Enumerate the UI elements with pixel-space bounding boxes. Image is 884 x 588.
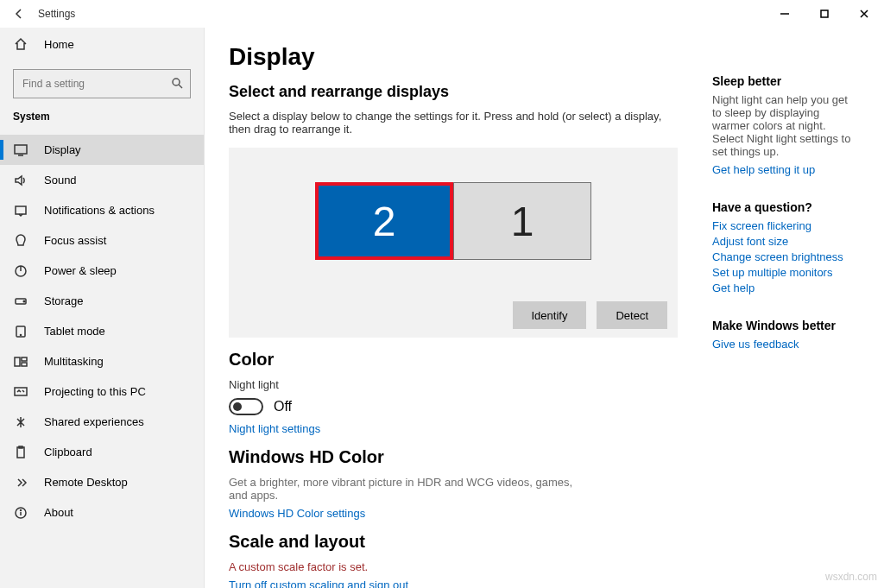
identify-button[interactable]: Identify [513, 301, 587, 329]
svg-line-3 [179, 85, 182, 88]
multitasking-icon [13, 354, 28, 370]
svg-point-2 [173, 79, 180, 85]
sidebar-item-label: Focus assist [44, 234, 106, 247]
clipboard-icon [13, 445, 28, 460]
svg-point-12 [21, 334, 22, 335]
search-input[interactable] [13, 69, 191, 98]
sidebar-item-label: Tablet mode [44, 325, 105, 338]
toggle-state: Off [274, 399, 292, 414]
toggle-switch-icon [229, 398, 263, 415]
titlebar: Settings [0, 0, 884, 28]
scale-warning: A custom scale factor is set. [229, 560, 678, 573]
sidebar-item-label: Display [44, 143, 81, 156]
sidebar-item-tablet-mode[interactable]: Tablet mode [0, 316, 204, 346]
sidebar-item-label: Sound [44, 174, 77, 187]
shared-icon [13, 414, 28, 430]
night-light-settings-link[interactable]: Night light settings [229, 422, 678, 435]
sidebar: Home System Display Sound Notifications … [0, 28, 205, 588]
detect-button[interactable]: Detect [597, 301, 667, 329]
night-light-label: Night light [229, 378, 678, 391]
hd-color-settings-link[interactable]: Windows HD Color settings [229, 507, 678, 520]
page-title: Display [229, 43, 678, 71]
sidebar-item-multitasking[interactable]: Multitasking [0, 346, 204, 376]
night-light-toggle[interactable]: Off [229, 398, 678, 415]
section-desc: Select a display below to change the set… [229, 110, 678, 136]
sidebar-item-remote-desktop[interactable]: Remote Desktop [0, 467, 204, 497]
sound-icon [13, 173, 28, 188]
sidebar-item-label: Power & sleep [44, 264, 117, 277]
multiple-monitors-link[interactable]: Set up multiple monitors [712, 266, 858, 279]
feedback-link[interactable]: Give us feedback [712, 338, 858, 351]
change-brightness-link[interactable]: Change screen brightness [712, 250, 858, 263]
focus-assist-icon [13, 233, 28, 249]
sidebar-item-about[interactable]: About [0, 497, 204, 528]
svg-rect-6 [16, 206, 26, 214]
sleep-better-desc: Night light can help you get to sleep by… [712, 93, 858, 158]
sidebar-item-storage[interactable]: Storage [0, 286, 204, 316]
projecting-icon [13, 384, 28, 400]
home-icon [13, 36, 28, 52]
display-arrange-panel: 2 1 Identify Detect [229, 148, 678, 338]
section-select-rearrange: Select and rearrange displays [229, 83, 678, 101]
sidebar-item-projecting[interactable]: Projecting to this PC [0, 376, 204, 407]
sidebar-item-clipboard[interactable]: Clipboard [0, 437, 204, 467]
section-scale-layout: Scale and layout [229, 532, 678, 552]
svg-point-21 [21, 509, 22, 510]
sleep-help-link[interactable]: Get help setting it up [712, 163, 858, 176]
about-icon [13, 505, 28, 521]
sidebar-item-label: Notifications & actions [44, 204, 155, 217]
sidebar-item-label: Projecting to this PC [44, 385, 146, 398]
display-icon [13, 142, 28, 158]
sidebar-item-sound[interactable]: Sound [0, 165, 204, 195]
sidebar-item-label: Storage [44, 294, 84, 307]
sidebar-item-focus-assist[interactable]: Focus assist [0, 225, 204, 256]
svg-rect-4 [15, 145, 27, 154]
sidebar-item-label: Remote Desktop [44, 476, 128, 489]
svg-rect-15 [22, 363, 27, 366]
sidebar-item-label: Shared experiences [44, 415, 144, 428]
minimize-button[interactable] [765, 0, 805, 28]
svg-rect-1 [821, 10, 828, 17]
sidebar-item-power-sleep[interactable]: Power & sleep [0, 256, 204, 286]
sidebar-item-display[interactable]: Display [0, 135, 204, 165]
sidebar-item-label: Multitasking [44, 355, 104, 368]
notifications-icon [13, 203, 28, 218]
home-label: Home [44, 38, 74, 51]
get-help-link[interactable]: Get help [712, 281, 858, 294]
remote-icon [13, 475, 28, 490]
section-hd-color: Windows HD Color [229, 447, 678, 467]
svg-point-10 [23, 300, 25, 302]
fix-flickering-link[interactable]: Fix screen flickering [712, 219, 858, 232]
svg-rect-13 [15, 357, 20, 366]
section-color: Color [229, 350, 678, 370]
display-2[interactable]: 2 [315, 182, 453, 260]
tablet-icon [13, 324, 28, 339]
sidebar-item-label: Clipboard [44, 446, 92, 458]
turn-off-scaling-link[interactable]: Turn off custom scaling and sign out [229, 579, 678, 588]
adjust-font-link[interactable]: Adjust font size [712, 235, 858, 248]
watermark: wsxdn.com [825, 571, 877, 583]
close-button[interactable] [844, 0, 884, 28]
sidebar-item-shared-experiences[interactable]: Shared experiences [0, 407, 204, 437]
hd-desc: Get a brighter, more vibrant picture in … [229, 476, 574, 502]
power-icon [13, 263, 28, 279]
svg-rect-17 [17, 447, 24, 458]
search-icon [171, 77, 183, 92]
window-title: Settings [38, 8, 75, 20]
storage-icon [13, 294, 28, 309]
question-title: Have a question? [712, 200, 858, 214]
sleep-better-title: Sleep better [712, 74, 858, 88]
back-button[interactable] [0, 0, 38, 28]
svg-rect-14 [22, 357, 27, 361]
sidebar-item-label: About [44, 506, 73, 519]
category-label: System [0, 111, 204, 123]
maximize-button[interactable] [805, 0, 844, 28]
sidebar-item-notifications[interactable]: Notifications & actions [0, 195, 204, 225]
display-1[interactable]: 1 [453, 182, 591, 260]
home-button[interactable]: Home [0, 28, 204, 60]
make-better-title: Make Windows better [712, 319, 858, 332]
